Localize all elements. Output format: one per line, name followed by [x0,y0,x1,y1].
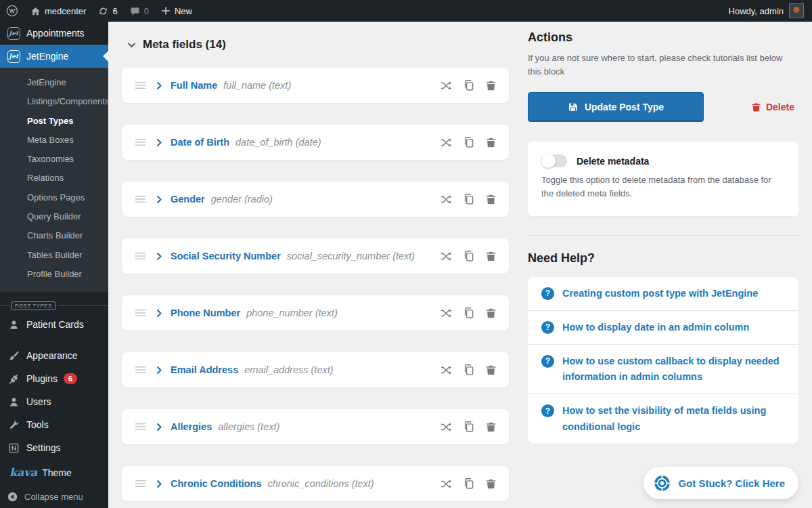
shuffle-icon[interactable] [440,79,453,92]
field-name[interactable]: Email Address [171,364,238,375]
copy-icon[interactable] [463,421,475,433]
update-post-type-button[interactable]: Update Post Type [528,92,704,122]
question-icon: ? [541,355,554,368]
sidebar-subitem-charts-builder[interactable]: Charts Builder [0,226,108,245]
sidebar-item-plugins[interactable]: Plugins 6 [0,367,108,390]
site-menu[interactable]: medcenter [24,0,92,22]
drag-handle-icon[interactable] [134,194,147,204]
field-name[interactable]: Full Name [171,80,217,91]
collapse-menu-button[interactable]: Collapse menu [0,486,108,508]
sidebar-item-jetengine[interactable]: Jet JetEngine [0,45,108,68]
help-link-text: How to display date in an admin column [562,320,749,335]
sidebar-subitem-profile-builder[interactable]: Profile Builder [0,265,108,284]
sidebar-subitem-post-types[interactable]: Post Types [0,112,108,131]
drag-handle-icon[interactable] [134,137,147,147]
collapse-section-icon[interactable] [127,41,136,49]
copy-icon[interactable] [463,250,475,262]
shuffle-icon[interactable] [440,136,453,149]
delete-metadata-toggle[interactable] [541,154,567,167]
sidebar-subitem-jetengine[interactable]: JetEngine [0,73,108,92]
sidebar-subitem-relations[interactable]: Relations [0,169,108,188]
chevron-right-icon[interactable] [155,480,164,488]
meta-field-row: Phone Number phone_number (text) [122,295,509,331]
got-stuck-label: Got Stuck? Click Here [678,478,785,489]
got-stuck-button[interactable]: Got Stuck? Click Here [644,467,798,499]
copy-icon[interactable] [463,79,475,91]
sidebar-item-patient-cards[interactable]: Patient Cards [0,313,108,336]
shuffle-icon[interactable] [440,421,453,433]
field-meta: phone_number (text) [246,308,338,318]
post-types-separator: POST TYPES [0,301,108,310]
tools-icon [7,418,20,431]
sidebar-item-label: Plugins [26,373,58,384]
sidebar-item-appearance[interactable]: Appearance [0,344,108,367]
avatar [789,3,804,18]
meta-field-row: Gender gender (radio) [122,182,509,217]
wordpress-logo-icon[interactable] [0,0,24,22]
sidebar-subitem-taxonomies[interactable]: Taxonomies [0,150,108,169]
drag-handle-icon[interactable] [134,81,147,90]
field-name[interactable]: Allergies [171,421,212,432]
comments-menu[interactable]: 0 [124,0,155,22]
sidebar-item-appointments[interactable]: Jet Appointments [0,22,108,45]
help-link-row[interactable]: ?How to display date in an admin column [528,310,798,344]
chevron-right-icon[interactable] [155,138,164,147]
chevron-right-icon[interactable] [155,252,164,261]
copy-icon[interactable] [463,136,475,148]
field-meta: gender (radio) [211,194,273,205]
sidebar-subitem-options-pages[interactable]: Options Pages [0,188,108,207]
chevron-right-icon[interactable] [155,81,164,90]
field-name[interactable]: Social Security Number [171,251,281,261]
help-link-row[interactable]: ?How to use custom callback to display n… [528,344,798,394]
delete-metadata-hint: Toggle this option to delete metadata fr… [541,173,785,200]
field-name[interactable]: Chronic Conditions [171,478,262,489]
trash-icon[interactable] [485,478,497,490]
chevron-right-icon[interactable] [155,309,164,318]
field-name[interactable]: Phone Number [171,308,240,318]
chevron-right-icon[interactable] [155,423,164,431]
sidebar-subitem-listings-components[interactable]: Listings/Components [0,92,108,111]
help-link-row[interactable]: ?How to set the visibility of meta field… [528,394,798,443]
copy-icon[interactable] [463,364,475,376]
shuffle-icon[interactable] [440,364,453,377]
drag-handle-icon[interactable] [134,251,147,261]
copy-icon[interactable] [463,307,475,319]
sidebar-item-settings[interactable]: Settings [0,436,108,459]
drag-handle-icon[interactable] [134,479,147,488]
plugins-update-badge: 6 [64,373,77,384]
updates-menu[interactable]: 6 [92,0,123,22]
field-name[interactable]: Gender [171,194,205,205]
admin-sidebar: Jet Appointments Jet JetEngine JetEngine… [0,22,108,508]
shuffle-icon[interactable] [440,250,453,263]
field-meta: social_security_number (text) [287,251,415,261]
trash-icon[interactable] [485,308,497,319]
drag-handle-icon[interactable] [134,365,147,375]
trash-icon[interactable] [485,194,497,205]
drag-handle-icon[interactable] [134,422,147,431]
copy-icon[interactable] [463,478,475,490]
sidebar-subitem-query-builder[interactable]: Query Builder [0,207,108,226]
trash-icon[interactable] [485,364,497,376]
chevron-right-icon[interactable] [155,366,164,375]
drag-handle-icon[interactable] [134,308,147,318]
chevron-right-icon[interactable] [155,195,164,204]
shuffle-icon[interactable] [440,478,453,490]
sidebar-item-tools[interactable]: Tools [0,413,108,436]
sidebar-subitem-meta-boxes[interactable]: Meta Boxes [0,131,108,150]
field-name[interactable]: Date of Birth [171,137,229,148]
sidebar-item-kava-theme[interactable]: kava Theme [0,459,108,486]
new-menu[interactable]: New [155,0,198,22]
jetengine-icon: Jet [7,49,20,63]
delete-post-type-button[interactable]: Delete [751,102,794,112]
sidebar-subitem-tables-builder[interactable]: Tables Builder [0,246,108,265]
help-link-row[interactable]: ?Creating custom post type with JetEngin… [528,277,798,310]
copy-icon[interactable] [463,193,475,205]
trash-icon[interactable] [485,421,497,433]
trash-icon[interactable] [485,251,497,262]
trash-icon[interactable] [485,80,497,91]
trash-icon[interactable] [485,137,497,148]
shuffle-icon[interactable] [440,193,453,206]
sidebar-item-users[interactable]: Users [0,390,108,413]
shuffle-icon[interactable] [440,307,453,320]
account-menu[interactable]: Howdy, admin [721,3,812,18]
